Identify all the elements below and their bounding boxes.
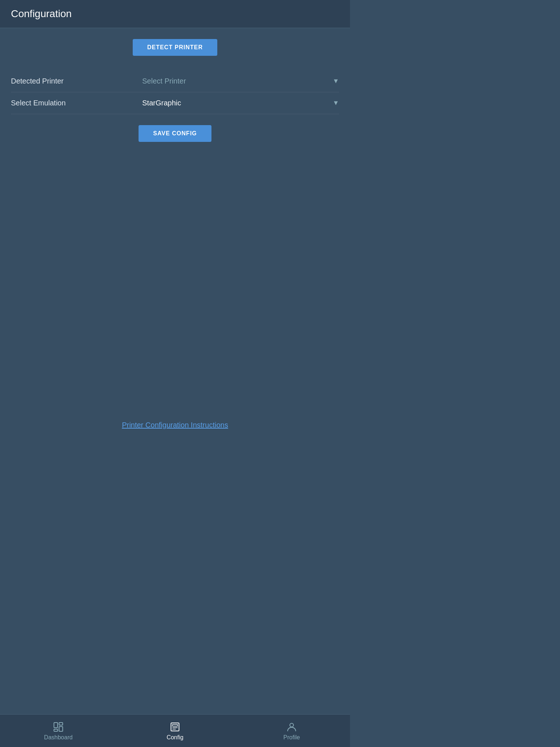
select-emulation-label: Select Emulation — [11, 99, 142, 107]
printer-config-instructions-link[interactable]: Printer Configuration Instructions — [122, 421, 228, 429]
save-config-button[interactable]: SAVE CONFIG — [139, 125, 211, 142]
select-emulation-value: StarGraphic — [142, 99, 329, 107]
select-emulation-select[interactable]: StarGraphic ▼ — [142, 99, 339, 107]
detected-printer-label: Detected Printer — [11, 77, 142, 85]
detect-printer-button[interactable]: DETECT PRINTER — [133, 39, 218, 56]
detected-printer-value: Select Printer — [142, 77, 329, 85]
select-emulation-control[interactable]: StarGraphic ▼ — [142, 99, 339, 107]
detected-printer-select[interactable]: Select Printer ▼ — [142, 77, 339, 85]
app-header: Configuration — [0, 0, 350, 28]
detected-printer-row: Detected Printer Select Printer ▼ — [11, 70, 339, 92]
main-content: DETECT PRINTER Detected Printer Select P… — [0, 28, 350, 437]
select-emulation-dropdown-icon: ▼ — [332, 99, 339, 107]
detected-printer-dropdown-icon: ▼ — [332, 77, 339, 85]
detected-printer-control[interactable]: Select Printer ▼ — [142, 77, 339, 85]
page-title: Configuration — [11, 8, 339, 20]
config-link-container: Printer Configuration Instructions — [0, 421, 350, 429]
form-rows: Detected Printer Select Printer ▼ Select… — [11, 70, 339, 114]
select-emulation-row: Select Emulation StarGraphic ▼ — [11, 92, 339, 114]
